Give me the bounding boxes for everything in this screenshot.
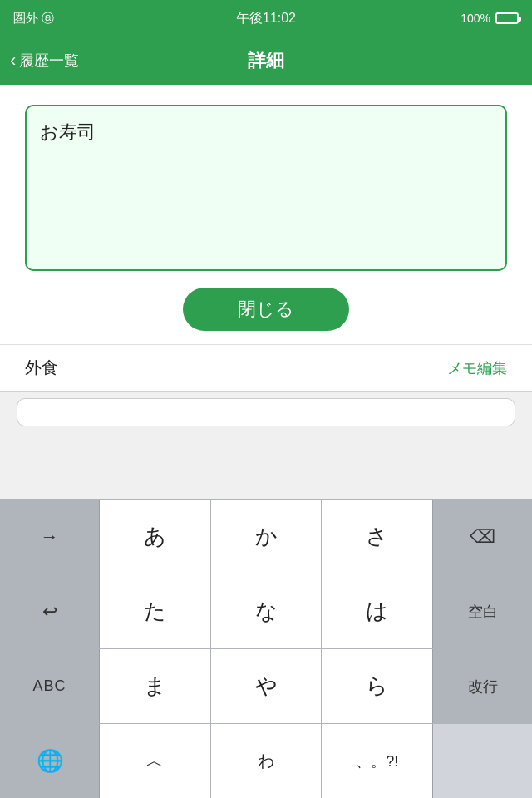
key-arrow[interactable]: → [0,500,100,574]
key-ka[interactable]: か [211,500,323,574]
key-a[interactable]: あ [100,500,211,574]
signal-text: 圏外 ⓐ [13,11,54,27]
key-globe[interactable]: 🌐 [0,724,100,798]
key-ra[interactable]: ら [322,649,432,723]
keys-middle-2: た な は [100,574,432,648]
key-punctuation[interactable]: 、。?! [322,724,432,798]
key-sa[interactable]: さ [322,500,432,574]
keyboard-row-3: ABC ま や ら 改行 [0,648,532,723]
battery-icon [495,12,519,24]
key-ya[interactable]: や [211,649,323,723]
battery-text: 100% [461,12,490,25]
key-ta[interactable]: た [100,574,211,648]
key-ma[interactable]: ま [100,649,211,723]
status-right: 100% [461,12,519,25]
status-time: 午後11:02 [236,10,296,27]
keys-middle-3: ま や ら [100,649,432,723]
abc-label: ABC [32,677,66,695]
category-label: 外食 [25,357,58,379]
back-label: 履歴一覧 [19,51,79,71]
text-input-container: お寿司 [25,105,507,271]
key-enter[interactable]: 改行 [432,649,532,723]
nav-bar: ‹ 履歴一覧 詳細 [0,37,532,85]
key-small-a[interactable]: ︿ [100,724,211,798]
memo-edit-link[interactable]: メモ編集 [447,358,507,378]
keyboard-row-4: 🌐 ︿ わ 、。?! [0,723,532,798]
key-backspace[interactable]: ⌫ [432,500,532,574]
keyboard-row-1: → あ か さ ⌫ [0,499,532,574]
globe-icon: 🌐 [37,748,63,774]
memo-text-input[interactable]: お寿司 [40,120,492,253]
keys-middle-4: ︿ わ 、。?! [100,724,432,798]
chevron-left-icon: ‹ [10,52,16,70]
arrow-icon: → [41,526,59,548]
key-ha[interactable]: は [322,574,432,648]
back-button[interactable]: ‹ 履歴一覧 [10,51,79,71]
undo-icon: ↩ [42,601,57,623]
key-abc[interactable]: ABC [0,649,100,723]
keyboard-row-2: ↩ た な は 空白 [0,574,532,648]
status-left: 圏外 ⓐ [13,11,54,27]
key-wa[interactable]: わ [211,724,323,798]
main-content: お寿司 閉じる [0,85,532,344]
category-row: 外食 メモ編集 [0,344,532,391]
search-area [0,391,532,432]
keys-middle-1: あ か さ [100,500,432,574]
status-bar: 圏外 ⓐ 午後11:02 100% [0,0,532,37]
keyboard: → あ か さ ⌫ ↩ た な は 空白 ABC ま や ら [0,499,532,798]
space-label: 空白 [468,602,498,622]
key-na[interactable]: な [211,574,323,648]
key-undo[interactable]: ↩ [0,574,100,648]
close-button[interactable]: 閉じる [183,288,349,331]
key-bottom-right [432,724,532,798]
enter-label: 改行 [468,677,498,697]
key-space[interactable]: 空白 [432,574,532,648]
search-input-bar[interactable] [17,398,515,426]
nav-title: 詳細 [248,48,284,73]
